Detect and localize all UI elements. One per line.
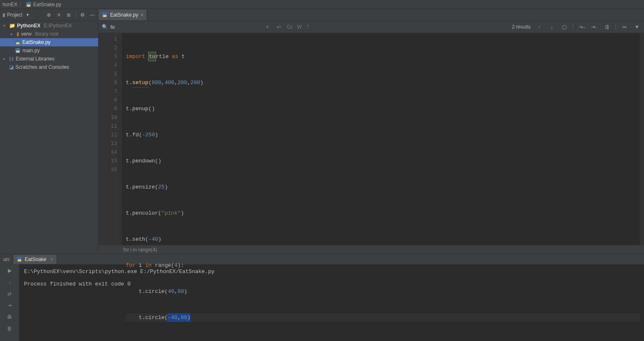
- search-icon: 🔍: [102, 24, 108, 30]
- scratches-icon: ◪: [9, 64, 14, 70]
- collapse-all-icon[interactable]: ≣: [65, 12, 72, 18]
- line-gutter[interactable]: 1 2 3 4 5 6 7 8 9 10 11 12 13 14 15 16: [99, 33, 122, 245]
- caret-collapsed-icon[interactable]: ▸: [3, 57, 7, 61]
- regex-toggle[interactable]: .*: [306, 24, 309, 30]
- breadcrumb-sep: 〉: [19, 1, 24, 8]
- caret-collapsed-icon[interactable]: ▸: [11, 32, 15, 36]
- svg-rect-1: [27, 5, 30, 7]
- search-history-icon[interactable]: ↩: [275, 23, 283, 31]
- code-area[interactable]: import turtle as t t.setup(800,400,200,2…: [122, 33, 640, 245]
- svg-rect-7: [103, 15, 106, 17]
- python-file-icon: [17, 256, 22, 262]
- editor-error-strip[interactable]: [640, 33, 644, 245]
- svg-rect-9: [18, 259, 21, 261]
- rerun-icon[interactable]: ▶: [8, 268, 12, 273]
- hide-panel-icon[interactable]: —: [89, 12, 96, 18]
- python-file-icon: [26, 2, 31, 7]
- python-file-icon: [102, 12, 108, 18]
- prev-match-icon[interactable]: ↑: [536, 23, 543, 31]
- project-title[interactable]: ▮ Project ▼: [2, 12, 46, 18]
- folder-icon: ▮: [2, 12, 5, 18]
- select-all-occurrences-icon[interactable]: ▢: [560, 23, 568, 31]
- breadcrumb-project[interactable]: honEX: [2, 2, 17, 7]
- find-input[interactable]: [111, 24, 251, 30]
- breadcrumb-bar: honEX 〉 EatSnake.py: [0, 0, 644, 9]
- filter-icon[interactable]: ▼: [633, 23, 641, 31]
- folder-icon: ▮: [17, 31, 19, 37]
- select-all-icon[interactable]: ⇶: [603, 23, 610, 31]
- editor-tab-eatsnake[interactable]: EatSnake.py ×: [99, 10, 147, 20]
- python-file-icon: [15, 39, 21, 45]
- tree-venv[interactable]: ▸ ▮ venv library root: [0, 30, 98, 38]
- tree-file-main[interactable]: main.py: [0, 46, 98, 55]
- svg-rect-3: [16, 42, 19, 44]
- remove-selection-icon[interactable]: ⇥₋: [591, 23, 598, 31]
- close-run-tab-icon[interactable]: ×: [50, 257, 53, 262]
- stop-icon[interactable]: ↓: [8, 279, 11, 285]
- dropdown-caret-icon: ▼: [26, 13, 29, 17]
- caret-expanded-icon[interactable]: ▾: [3, 24, 7, 28]
- toggle-soft-wrap-icon[interactable]: ⇄: [7, 291, 12, 297]
- settings-gear-icon[interactable]: ⚙: [79, 12, 86, 18]
- find-bar: 🔍 × ↩ Cc W .* 2 results ↑ ↓ ▢ ⇥₊ ⇥₋ ⇶ ≔: [99, 21, 644, 33]
- tree-scratches[interactable]: ◪ Scratches and Consoles: [0, 63, 98, 71]
- run-panel-label[interactable]: un:: [1, 254, 13, 264]
- project-tree[interactable]: ▾ 📁 PythonEX E:\PythonEX ▸ ▮ venv librar…: [0, 21, 98, 254]
- whole-word-toggle[interactable]: W: [297, 24, 302, 30]
- close-tab-icon[interactable]: ×: [141, 12, 143, 17]
- match-case-toggle[interactable]: Cc: [287, 24, 293, 30]
- breadcrumb-file[interactable]: EatSnake.py: [26, 2, 61, 7]
- editor-tabs-bar: EatSnake.py ×: [99, 9, 644, 21]
- print-icon[interactable]: 🖶: [7, 314, 12, 320]
- project-panel-header: ▮ Project ▼ ⊕ ≡ ≣ ⚙ —: [0, 9, 98, 21]
- svg-rect-5: [16, 51, 19, 53]
- next-match-icon[interactable]: ↓: [548, 23, 555, 31]
- locate-icon[interactable]: ⊕: [46, 12, 52, 18]
- library-icon: ⫿⫿: [9, 56, 14, 62]
- python-file-icon: [15, 48, 21, 53]
- clear-search-icon[interactable]: ×: [264, 23, 271, 31]
- find-results-count: 2 results: [512, 24, 531, 30]
- run-toolbar: ▶ ↓ ⇄ ⇥ 🖶 🗑: [0, 264, 19, 341]
- run-tab-eatsnake[interactable]: EatSnake ×: [13, 255, 56, 264]
- toggle-lines-icon[interactable]: ≔: [621, 23, 628, 31]
- tree-root[interactable]: ▾ 📁 PythonEX E:\PythonEX: [0, 22, 98, 30]
- project-panel: ▮ Project ▼ ⊕ ≡ ≣ ⚙ — ▾ 📁 PythonEX E:\Py…: [0, 9, 99, 254]
- tree-external-libs[interactable]: ▸ ⫿⫿ External Libraries: [0, 55, 98, 63]
- tree-file-eatsnake[interactable]: EatSnake.py: [0, 38, 98, 46]
- editor-body[interactable]: 1 2 3 4 5 6 7 8 9 10 11 12 13 14 15 16 i…: [99, 33, 644, 245]
- clear-all-icon[interactable]: 🗑: [7, 326, 12, 331]
- add-selection-icon[interactable]: ⇥₊: [578, 23, 586, 31]
- folder-icon: 📁: [9, 23, 15, 29]
- scroll-to-end-icon[interactable]: ⇥: [7, 302, 12, 308]
- expand-all-icon[interactable]: ≡: [55, 12, 62, 18]
